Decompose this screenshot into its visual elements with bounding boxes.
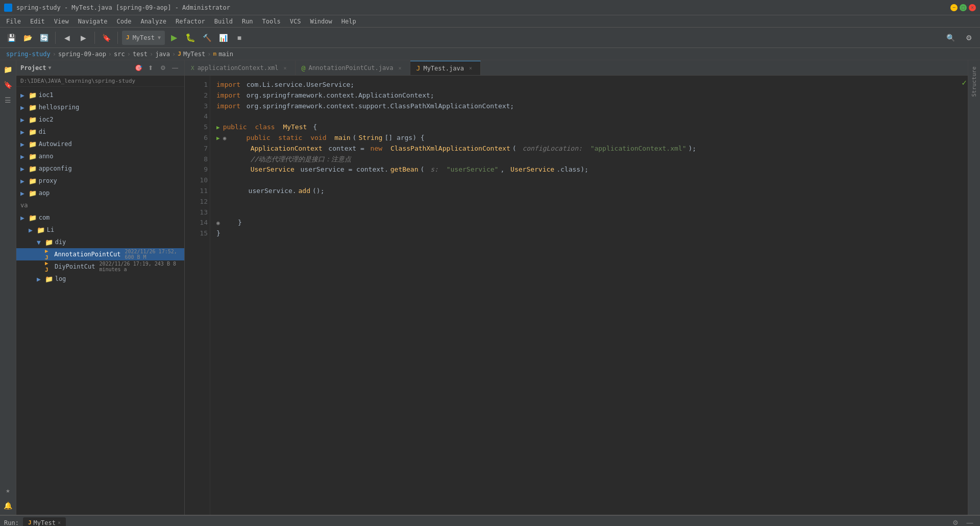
editor-area: X applicationContext.xml × @ AnnotationP… <box>185 60 968 515</box>
tree-item-ioc2[interactable]: ▶ 📁 ioc2 <box>16 113 184 126</box>
project-header: Project ▼ 🎯 ⬆ ⚙ — <box>16 60 184 76</box>
tree-label: hellospring <box>39 104 79 111</box>
structure-icon[interactable]: ☰ <box>1 93 15 107</box>
menu-item-vcs[interactable]: VCS <box>286 17 305 26</box>
folder-icon: ▶ 📁 <box>20 214 37 222</box>
tab-close-button[interactable]: × <box>282 64 289 71</box>
hide-panel-button[interactable]: — <box>170 63 180 73</box>
menu-item-refactor[interactable]: Refactor <box>172 17 209 26</box>
locate-file-button[interactable]: 🎯 <box>133 63 143 73</box>
breadcrumb-src[interactable]: src <box>114 51 125 58</box>
tree-item-aop[interactable]: ▶ 📁 aop <box>16 187 184 199</box>
tree-item-log[interactable]: ▶ 📁 log <box>16 273 184 285</box>
back-button[interactable]: ◀ <box>60 31 74 45</box>
tree-label: appconfig <box>39 165 72 172</box>
debug-button[interactable]: 🐛 <box>183 31 198 45</box>
menu-item-view[interactable]: View <box>50 17 73 26</box>
menu-item-navigate[interactable]: Navigate <box>74 17 112 26</box>
tree-label: di <box>39 128 46 135</box>
menu-item-build[interactable]: Build <box>210 17 237 26</box>
menu-item-window[interactable]: Window <box>306 17 336 26</box>
tree-item-com[interactable]: ▶ 📁 com <box>16 211 184 224</box>
code-content[interactable]: import com.Li.service.UserService; impor… <box>210 76 968 515</box>
open-button[interactable]: 📂 <box>20 31 35 45</box>
menu-item-run[interactable]: Run <box>238 17 257 26</box>
breadcrumb-test[interactable]: test <box>133 51 148 58</box>
menu-item-help[interactable]: Help <box>337 17 360 26</box>
tree-item-li[interactable]: ▶ 📁 Li <box>16 224 184 236</box>
minimize-run-button[interactable]: — <box>964 517 976 527</box>
toolbar: 💾 📂 🔄 ◀ ▶ 🔖 J MyTest ▼ ▶ 🐛 🔨 📊 ■ 🔍 ⚙ <box>0 28 980 48</box>
code-editor[interactable]: 12345 678910 1112131415 import com.Li.se… <box>185 76 968 515</box>
breadcrumb-spring-09-aop[interactable]: spring-09-aop <box>58 51 106 58</box>
run-arrow-5[interactable]: ▶ <box>216 123 220 132</box>
tree-item-hellospring[interactable]: ▶ 📁 hellospring <box>16 101 184 113</box>
project-icon[interactable]: 📁 <box>1 62 15 77</box>
tree-label: AnnotationPointCut <box>54 251 120 258</box>
tree-label: ioc2 <box>39 116 54 123</box>
structure-label[interactable]: Structure <box>970 62 978 101</box>
window-controls: − □ × <box>950 4 976 11</box>
tab-annotationpointcut[interactable]: @ AnnotationPointCut.java × <box>296 61 410 75</box>
code-line-11: userService.add(); <box>216 186 962 197</box>
run-tab-close[interactable]: × <box>58 520 61 525</box>
tree-item-va[interactable]: va <box>16 199 184 211</box>
editor-tabs: X applicationContext.xml × @ AnnotationP… <box>185 60 968 76</box>
folder-icon: ▼ 📁 <box>37 238 53 246</box>
tree-item-diypointcut[interactable]: ▶ J DiyPointCut 2022/11/26 17:19, 243 B … <box>16 260 184 273</box>
stop-button[interactable]: ■ <box>232 31 247 45</box>
close-button[interactable]: × <box>969 4 976 11</box>
tree-item-di[interactable]: ▶ 📁 di <box>16 126 184 138</box>
run-config-name: MyTest <box>133 34 155 41</box>
sync-button[interactable]: 🔄 <box>37 31 51 45</box>
save-button[interactable]: 💾 <box>4 31 18 45</box>
bookmark-button[interactable]: 🔖 <box>99 31 113 45</box>
tree-item-appconfig[interactable]: ▶ 📁 appconfig <box>16 162 184 175</box>
tree-item-annotationpointcut[interactable]: ▶ J AnnotationPointCut 2022/11/26 17:52,… <box>16 248 184 260</box>
build-button[interactable]: 🔨 <box>200 31 214 45</box>
run-settings-button[interactable]: ⚙ <box>949 517 962 527</box>
minimize-button[interactable]: − <box>950 4 958 11</box>
run-tab-label: MyTest <box>34 519 56 527</box>
menu-item-code[interactable]: Code <box>113 17 136 26</box>
app-icon <box>4 4 12 12</box>
tab-mytest[interactable]: J MyTest.java × <box>410 61 481 75</box>
project-settings-button[interactable]: ⚙ <box>158 63 168 73</box>
notifications-icon[interactable]: 🔔 <box>1 498 15 513</box>
breadcrumb-main[interactable]: mmain <box>213 51 234 58</box>
tree-item-ioc1[interactable]: ▶ 📁 ioc1 <box>16 89 184 101</box>
run-arrow-6[interactable]: ▶ <box>216 134 220 143</box>
code-line-7: ApplicationContext context = new ClassPa… <box>216 144 962 154</box>
search-everywhere-button[interactable]: 🔍 <box>943 31 958 45</box>
run-button[interactable]: ▶ <box>167 31 181 45</box>
menu-item-analyze[interactable]: Analyze <box>136 17 170 26</box>
menu-item-tools[interactable]: Tools <box>258 17 285 26</box>
breadcrumb-spring-study[interactable]: spring-study <box>6 51 51 58</box>
menu-item-edit[interactable]: Edit <box>26 17 49 26</box>
bookmark-14[interactable]: ◉ <box>216 219 220 228</box>
tree-item-diy[interactable]: ▼ 📁 diy <box>16 236 184 248</box>
breadcrumb-java[interactable]: java <box>155 51 170 58</box>
forward-button[interactable]: ▶ <box>76 31 90 45</box>
tree-label: Li <box>47 226 54 233</box>
bookmark-side-icon[interactable]: 🔖 <box>1 78 15 92</box>
breadcrumb-mytest[interactable]: JMyTest <box>178 51 205 58</box>
tab-close-button[interactable]: × <box>397 64 404 71</box>
bookmark-6[interactable]: ◉ <box>223 134 227 143</box>
project-dropdown-arrow[interactable]: ▼ <box>48 65 52 70</box>
tree-item-autowired[interactable]: ▶ 📁 Autowired <box>16 138 184 150</box>
tree-item-proxy[interactable]: ▶ 📁 proxy <box>16 175 184 187</box>
tree-item-anno[interactable]: ▶ 📁 anno <box>16 150 184 162</box>
tab-applicationcontext[interactable]: X applicationContext.xml × <box>185 61 296 75</box>
attach-profiler-button[interactable]: 📊 <box>216 31 230 45</box>
tab-close-button[interactable]: × <box>467 65 474 72</box>
run-tab-mytest[interactable]: J MyTest × <box>23 517 66 527</box>
maximize-button[interactable]: □ <box>960 4 967 11</box>
run-configuration[interactable]: J MyTest ▼ <box>122 31 165 45</box>
breadcrumb: spring-study › spring-09-aop › src › tes… <box>0 48 980 60</box>
favorites-icon[interactable]: ★ <box>1 483 15 497</box>
menu-item-file[interactable]: File <box>2 17 25 26</box>
collapse-all-button[interactable]: ⬆ <box>145 63 156 73</box>
settings-button[interactable]: ⚙ <box>962 31 976 45</box>
folder-icon: ▶ 📁 <box>37 275 53 283</box>
